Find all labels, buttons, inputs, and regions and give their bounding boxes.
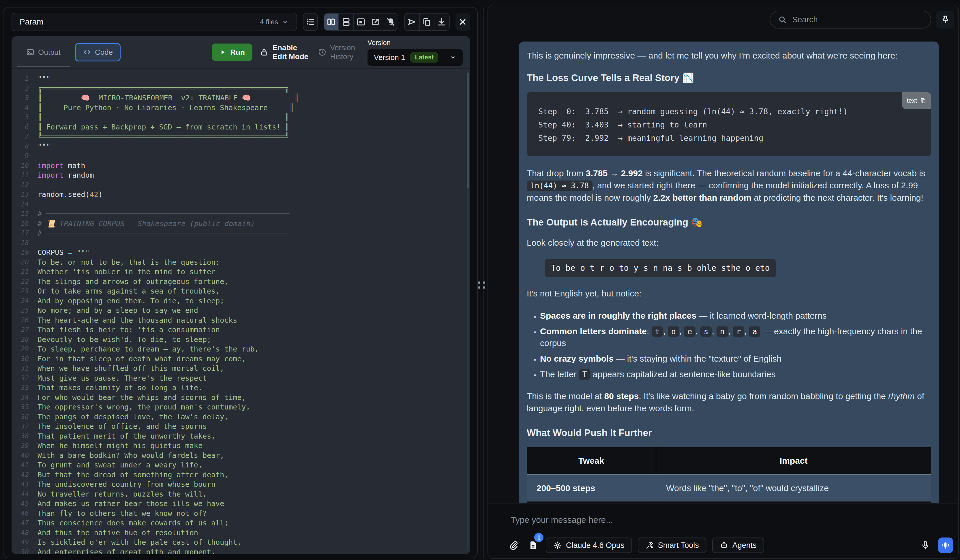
code-text: CORPUS = """ bbox=[30, 248, 90, 257]
pin-button[interactable] bbox=[936, 11, 954, 29]
code-text: Than fly to others that we know not of? bbox=[30, 509, 207, 519]
version-history-label: Version History bbox=[330, 43, 360, 61]
line-number: 21 bbox=[11, 267, 30, 277]
observation-item: The letter T appears capitalized at sent… bbox=[540, 369, 931, 380]
line-number: 35 bbox=[11, 402, 30, 412]
message-list[interactable]: This is genuinely impressive — and let m… bbox=[488, 30, 958, 503]
table-header: Impact bbox=[656, 447, 931, 475]
message-intro: This is genuinely impressive — and let m… bbox=[527, 49, 931, 62]
version-select[interactable]: Version 1 Latest bbox=[368, 49, 463, 66]
code-editor-panel: Output Code Run Enable Edit Mode Version bbox=[11, 36, 470, 554]
code-line: 24And by opposing end them. To die, to s… bbox=[11, 296, 466, 306]
copy-icon bbox=[422, 17, 432, 27]
picture-in-picture-icon bbox=[356, 17, 366, 27]
smart-tools-label: Smart Tools bbox=[658, 541, 699, 550]
attached-files-button[interactable]: 1 bbox=[526, 538, 540, 553]
code-text bbox=[30, 238, 42, 248]
line-number: 2 bbox=[11, 84, 30, 93]
heading-loss-curve: The Loss Curve Tells a Real Story 📉 bbox=[527, 72, 931, 84]
waveform-icon bbox=[941, 541, 950, 550]
code-text: That makes calamity of so long a life. bbox=[30, 383, 203, 393]
send-button[interactable] bbox=[405, 14, 419, 30]
code-text: And thus the native hue of resolution bbox=[30, 528, 198, 538]
line-number: 43 bbox=[11, 480, 30, 489]
copy-button[interactable] bbox=[420, 14, 434, 30]
code-line: 36The pangs of despised love, the law's … bbox=[11, 412, 466, 422]
smart-tools-button[interactable]: Smart Tools bbox=[638, 538, 706, 553]
split-columns-button[interactable] bbox=[324, 14, 339, 30]
tab-output[interactable]: Output bbox=[19, 43, 67, 61]
line-number: 9 bbox=[11, 151, 30, 161]
line-number: 40 bbox=[11, 451, 30, 461]
enable-edit-mode-button[interactable]: Enable Edit Mode bbox=[260, 43, 310, 61]
code-text: """ bbox=[30, 74, 51, 84]
code-line: 41To grunt and sweat under a weary life, bbox=[11, 460, 466, 470]
file-count-dropdown[interactable]: 4 files bbox=[260, 18, 289, 26]
line-number: 44 bbox=[11, 489, 30, 499]
message-input[interactable]: Type your message here... bbox=[510, 515, 941, 525]
code-text: For who would bear the whips and scorns … bbox=[30, 393, 246, 402]
chevron-down-icon bbox=[282, 18, 289, 26]
line-number: 3 bbox=[11, 93, 30, 103]
line-number: 11 bbox=[11, 171, 30, 180]
run-button[interactable]: Run bbox=[212, 43, 253, 61]
file-count-label: 4 files bbox=[260, 18, 278, 26]
lock-open-icon bbox=[260, 48, 269, 56]
paragraph-loss-analysis: That drop from 3.785 → 2.992 is signific… bbox=[527, 167, 931, 204]
code-text: """ bbox=[30, 142, 51, 152]
code-line: 11import random bbox=[11, 171, 466, 180]
version-section: Version Version 1 Latest bbox=[368, 39, 463, 66]
download-button[interactable] bbox=[434, 14, 449, 30]
code-editor-content[interactable]: 1"""2╔══════════════════════════════════… bbox=[11, 69, 466, 554]
code-text: ╔═══════════════════════════════════════… bbox=[30, 84, 289, 93]
code-line: 45And makes us rather bear those ills we… bbox=[11, 499, 466, 509]
attach-file-button[interactable] bbox=[507, 538, 520, 553]
tab-output-label: Output bbox=[38, 48, 61, 57]
picture-in-picture-button[interactable] bbox=[354, 14, 368, 30]
external-link-icon bbox=[371, 17, 381, 27]
open-external-button[interactable] bbox=[368, 14, 383, 30]
line-number: 36 bbox=[11, 412, 30, 422]
code-text: To grunt and sweat under a weary life, bbox=[30, 460, 203, 470]
split-rows-button[interactable] bbox=[339, 14, 354, 30]
version-history-button[interactable]: Version History bbox=[318, 43, 360, 61]
line-number: 41 bbox=[11, 460, 30, 470]
tools-icon bbox=[645, 541, 654, 550]
code-block-copy-button[interactable]: text bbox=[902, 92, 931, 109]
code-text: random.seed(42) bbox=[30, 190, 103, 199]
code-text: Must give us pause. There's the respect bbox=[30, 373, 207, 383]
code-line: 15# ────────────────────────────────────… bbox=[11, 209, 466, 219]
code-text: And by opposing end them. To die, to sle… bbox=[30, 296, 224, 306]
play-icon bbox=[219, 49, 226, 56]
tweak-impact-table: TweakImpact200–500 stepsWords like "the"… bbox=[527, 447, 931, 503]
tab-code[interactable]: Code bbox=[75, 43, 121, 61]
code-text: # ──────────────────────────────────────… bbox=[30, 209, 289, 219]
agents-button[interactable]: Agents bbox=[712, 538, 764, 553]
code-line: 6║ Forward pass + Backprop + SGD — from … bbox=[11, 122, 466, 132]
loss-steps-text: Step 0: 3.785 → random guessing (ln(44) … bbox=[538, 105, 919, 145]
code-text: The heart-ache and the thousand natural … bbox=[30, 316, 237, 325]
file-selector[interactable]: Param 4 files bbox=[11, 13, 297, 31]
line-number: 18 bbox=[11, 238, 30, 248]
chat-input-area: Type your message here... 1 Claude 4.6 O… bbox=[488, 503, 958, 558]
attachment-count-badge: 1 bbox=[534, 533, 544, 542]
notifications-off-button[interactable] bbox=[383, 14, 398, 30]
line-number: 46 bbox=[11, 509, 30, 519]
code-line: 50And enterprises of great pith and mome… bbox=[11, 547, 466, 555]
code-text: No more; and by a sleep to say we end bbox=[30, 306, 198, 316]
line-number: 17 bbox=[11, 228, 30, 238]
search-input[interactable]: Search bbox=[770, 11, 931, 29]
layout-toggle-group bbox=[324, 13, 398, 31]
line-number: 50 bbox=[11, 547, 30, 555]
chat-toolbar: 1 Claude 4.6 Opus Smart Tools Agents bbox=[507, 538, 953, 553]
code-line: 28Devoutly to be wish'd. To die, to slee… bbox=[11, 335, 466, 345]
code-line: 49Is sicklied o'er with the pale cast of… bbox=[11, 538, 466, 547]
microphone-button[interactable] bbox=[918, 538, 932, 553]
paragraph-look-closely: Look closely at the generated text: bbox=[527, 237, 931, 249]
close-panel-button[interactable] bbox=[456, 13, 470, 31]
code-line: 32Must give us pause. There's the respec… bbox=[11, 373, 466, 383]
voice-mode-button[interactable] bbox=[938, 538, 953, 553]
list-view-button[interactable] bbox=[303, 13, 318, 31]
editor-scrollbar-thumb[interactable] bbox=[467, 73, 469, 188]
model-selector-button[interactable]: Claude 4.6 Opus bbox=[546, 538, 632, 553]
